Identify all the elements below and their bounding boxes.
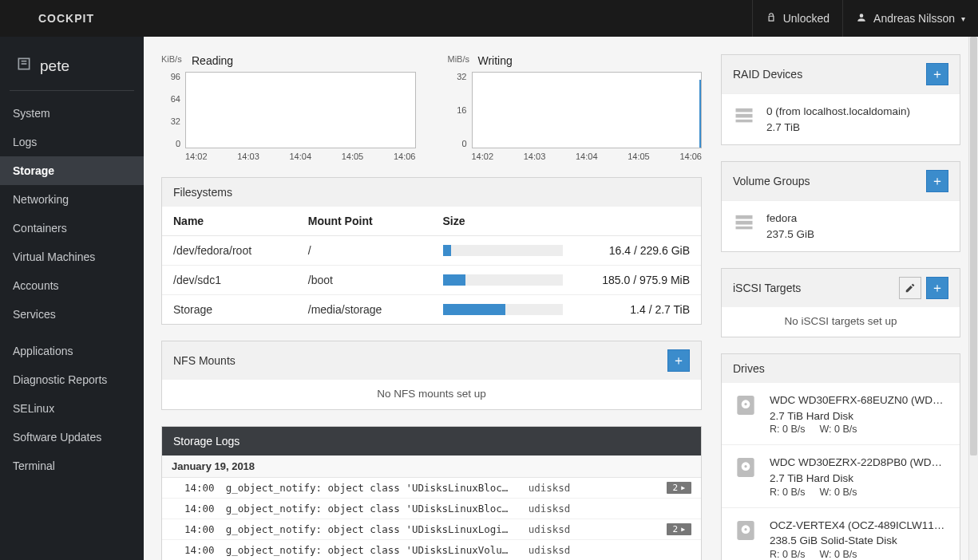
panel-iscsi-title: iSCSI Targets: [733, 282, 801, 294]
vg-icon: [733, 211, 755, 233]
col-size[interactable]: Size: [432, 207, 702, 236]
add-iscsi-button[interactable]: ＋: [926, 277, 948, 299]
col-mount[interactable]: Mount Point: [297, 207, 432, 236]
lock-toggle[interactable]: Unlocked: [752, 0, 842, 37]
usage-bar: [443, 304, 563, 315]
raid-icon: [733, 104, 755, 126]
svg-rect-5: [736, 120, 753, 123]
fs-mount: /media/storage: [297, 295, 432, 325]
sidebar-item-software-updates[interactable]: Software Updates: [0, 423, 144, 452]
log-time: 14:00: [184, 482, 215, 494]
log-time: 14:00: [184, 544, 215, 556]
log-service: udisksd: [529, 523, 571, 535]
server-icon: [16, 56, 32, 76]
log-row[interactable]: 14:00g_object_notify: object class 'UDis…: [162, 540, 701, 560]
vg-item[interactable]: fedora 237.5 GiB: [722, 200, 960, 251]
sidebar-item-virtual-machines[interactable]: Virtual Machines: [0, 243, 144, 271]
drive-name: WDC WD30EZRX-22D8PB0 (WD…: [770, 455, 948, 471]
svg-rect-3: [736, 108, 753, 112]
log-count-badge: 2▶: [667, 482, 691, 494]
drive-desc: 2.7 TiB Hard Disk: [770, 471, 948, 487]
svg-point-11: [744, 403, 746, 405]
panel-filesystems: Filesystems Name Mount Point Size /dev/f…: [161, 177, 702, 325]
add-vg-button[interactable]: ＋: [926, 170, 948, 192]
host-selector[interactable]: pete: [0, 46, 144, 90]
vg-item-name: fedora: [766, 211, 948, 227]
drive-desc: 238.5 GiB Solid-State Disk: [770, 533, 948, 549]
sidebar-item-diagnostic-reports[interactable]: Diagnostic Reports: [0, 365, 144, 394]
edit-iscsi-button[interactable]: [899, 277, 921, 299]
panel-storage-logs: Storage Logs January 19, 2018 14:00g_obj…: [161, 426, 702, 560]
drive-item[interactable]: WDC WD30EZRX-22D8PB0 (WD…2.7 TiB Hard Di…: [722, 444, 960, 507]
drive-item[interactable]: OCZ-VERTEX4 (OCZ-489ICLW11…238.5 GiB Sol…: [722, 507, 960, 561]
panel-vg-title: Volume Groups: [733, 175, 810, 187]
sidebar: pete SystemLogsStorageNetworkingContaine…: [0, 37, 144, 560]
table-row[interactable]: /dev/sdc1/boot185.0 / 975.9 MiB: [162, 266, 701, 295]
chart-writing: MiB/s Writing 32160 14:0214:0314:0414:05…: [448, 54, 703, 161]
sidebar-item-storage[interactable]: Storage: [0, 156, 144, 185]
panel-nfs: NFS Mounts ＋ No NFS mounts set up: [161, 341, 702, 410]
host-name: pete: [40, 57, 69, 75]
drive-name: WDC WD30EFRX-68EUZN0 (WD…: [770, 392, 948, 408]
add-nfs-button[interactable]: ＋: [667, 349, 690, 372]
brand: COCKPIT: [0, 12, 113, 25]
iscsi-empty: No iSCSI targets set up: [722, 307, 960, 337]
chart-reading-plot: [185, 72, 416, 148]
fs-mount: /: [297, 236, 432, 266]
sidebar-item-terminal[interactable]: Terminal: [0, 452, 144, 480]
sidebar-item-accounts[interactable]: Accounts: [0, 271, 144, 300]
log-row[interactable]: 14:00g_object_notify: object class 'UDis…: [162, 519, 701, 540]
svg-rect-6: [736, 215, 753, 219]
usage-bar: [443, 274, 563, 286]
drive-read: R: 0 B/s: [770, 424, 805, 435]
chart-writing-unit: MiB/s: [448, 54, 470, 64]
svg-rect-8: [736, 227, 753, 230]
log-row[interactable]: 14:00g_object_notify: object class 'UDis…: [162, 499, 701, 519]
add-raid-button[interactable]: ＋: [926, 63, 948, 85]
svg-point-14: [744, 465, 746, 467]
log-time: 14:00: [184, 523, 215, 535]
sidebar-item-applications[interactable]: Applications: [0, 337, 144, 365]
drive-name: OCZ-VERTEX4 (OCZ-489ICLW11…: [770, 518, 948, 534]
hdd-icon: [733, 455, 758, 480]
panel-drives: Drives WDC WD30EFRX-68EUZN0 (WD…2.7 TiB …: [721, 353, 960, 560]
svg-rect-7: [736, 221, 753, 225]
hdd-icon: [733, 392, 758, 418]
sidebar-item-services[interactable]: Services: [0, 300, 144, 329]
drive-write: W: 0 B/s: [819, 549, 857, 560]
log-service: udisksd: [529, 503, 571, 515]
panel-raid-title: RAID Devices: [733, 68, 802, 81]
col-name[interactable]: Name: [162, 207, 297, 236]
raid-item[interactable]: 0 (from localhost.localdomain) 2.7 TiB: [722, 93, 960, 144]
svg-rect-4: [736, 114, 753, 118]
svg-point-17: [744, 528, 746, 530]
drive-desc: 2.7 TiB Hard Disk: [770, 408, 948, 424]
scrollbar-thumb[interactable]: [970, 37, 977, 455]
fs-mount: /boot: [297, 266, 432, 295]
sidebar-item-networking[interactable]: Networking: [0, 185, 144, 214]
chart-writing-plot: [472, 72, 703, 148]
log-message: g_object_notify: object class 'UDisksLin…: [226, 503, 517, 515]
table-row[interactable]: /dev/fedora/root/16.4 / 229.6 GiB: [162, 236, 701, 266]
sidebar-item-selinux[interactable]: SELinux: [0, 394, 144, 423]
panel-filesystems-head: Filesystems: [162, 178, 701, 207]
log-row[interactable]: 14:00g_object_notify: object class 'UDis…: [162, 478, 701, 499]
hdd-icon: [733, 518, 758, 543]
drive-write: W: 0 B/s: [819, 487, 857, 498]
vg-item-size: 237.5 GiB: [766, 227, 948, 243]
raid-item-size: 2.7 TiB: [766, 120, 948, 136]
drive-item[interactable]: WDC WD30EFRX-68EUZN0 (WD…2.7 TiB Hard Di…: [722, 383, 960, 444]
panel-logs-title: Storage Logs: [173, 435, 240, 448]
chevron-down-icon: ▾: [961, 14, 965, 23]
fs-name: /dev/fedora/root: [162, 236, 297, 266]
sidebar-item-system[interactable]: System: [0, 99, 144, 128]
scrollbar[interactable]: [968, 37, 978, 560]
log-count-badge: 2▶: [667, 523, 691, 535]
sidebar-item-logs[interactable]: Logs: [0, 128, 144, 156]
topbar: COCKPIT Unlocked Andreas Nilsson ▾: [0, 0, 978, 37]
log-message: g_object_notify: object class 'UDisksLin…: [226, 523, 517, 535]
user-menu[interactable]: Andreas Nilsson ▾: [842, 0, 978, 37]
logs-date: January 19, 2018: [162, 455, 701, 478]
table-row[interactable]: Storage/media/storage1.4 / 2.7 TiB: [162, 295, 701, 325]
sidebar-item-containers[interactable]: Containers: [0, 214, 144, 243]
